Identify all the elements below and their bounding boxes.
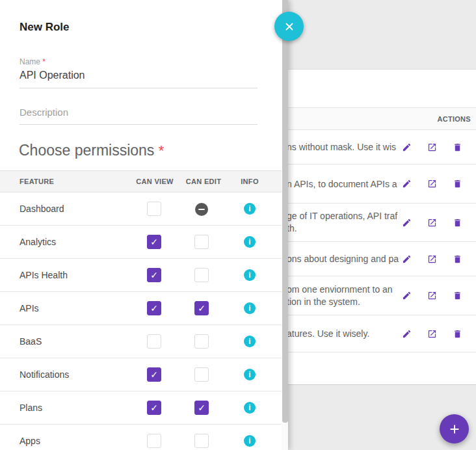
can-edit-checkbox[interactable] (194, 401, 209, 415)
info-icon[interactable] (244, 336, 256, 347)
feature-column-header: FEATURE (20, 178, 54, 185)
delete-icon (453, 218, 462, 228)
feature-label: Plans (20, 403, 42, 413)
permission-row: APIs (0, 292, 282, 325)
info-icon[interactable] (244, 435, 256, 447)
required-asterisk: * (159, 142, 165, 159)
info-icon[interactable] (244, 236, 256, 248)
open-in-new-icon (427, 329, 437, 339)
delete-button[interactable] (452, 328, 462, 339)
permission-row: BaaS (0, 325, 282, 358)
name-label: Name (20, 57, 40, 66)
edit-icon (402, 218, 412, 228)
can-view-checkbox[interactable] (147, 367, 161, 382)
feature-label: Apps (20, 436, 40, 446)
permissions-table-header: FEATURE CAN VIEW CAN EDIT INFO (0, 170, 282, 192)
permission-row: Analytics (0, 226, 282, 259)
edit-icon (402, 179, 412, 189)
open-button[interactable] (427, 179, 437, 189)
can-edit-checkbox[interactable] (194, 235, 209, 249)
delete-icon (453, 142, 462, 152)
open-in-new-icon (427, 142, 437, 152)
edit-button[interactable] (401, 217, 412, 228)
info-icon[interactable] (244, 302, 256, 314)
name-field: Name * (20, 57, 258, 88)
permission-row: Dashboard (0, 192, 282, 226)
open-in-new-icon (427, 291, 437, 300)
info-column-header: INFO (241, 178, 258, 185)
edit-button[interactable] (401, 254, 412, 264)
can-view-checkbox[interactable] (147, 401, 161, 415)
drawer-scrollbar-track[interactable] (282, 0, 288, 450)
can-view-checkbox[interactable] (147, 334, 161, 349)
edit-button[interactable] (401, 179, 412, 189)
open-button[interactable] (427, 254, 437, 264)
open-button[interactable] (427, 142, 437, 152)
delete-icon (453, 329, 462, 339)
edit-button[interactable] (401, 291, 412, 301)
permissions-heading: Choose permissions (19, 142, 154, 159)
delete-button[interactable] (452, 179, 462, 189)
delete-button[interactable] (452, 254, 462, 264)
description-input[interactable] (20, 103, 258, 125)
name-input[interactable] (20, 68, 258, 88)
screen: ACTIONS ns without mask. Use it wis n AP… (0, 0, 476, 450)
row-description: th. (287, 222, 397, 235)
can-edit-checkbox[interactable] (194, 301, 209, 315)
info-icon[interactable] (244, 402, 256, 414)
row-description: ons about designing and pa (287, 253, 399, 265)
permission-row: Notifications (0, 358, 282, 391)
feature-label: APIs (20, 303, 39, 313)
row-description: tion in the system. (287, 296, 393, 308)
close-drawer-button[interactable] (274, 12, 304, 41)
edit-icon (402, 291, 412, 300)
delete-button[interactable] (452, 291, 462, 301)
feature-label: Analytics (20, 237, 56, 247)
can-view-checkbox[interactable] (147, 268, 161, 282)
can-view-checkbox[interactable] (147, 301, 161, 315)
info-icon[interactable] (244, 269, 256, 281)
can-view-checkbox[interactable] (147, 434, 161, 448)
delete-button[interactable] (452, 142, 462, 152)
info-icon[interactable] (244, 203, 256, 215)
can-view-checkbox[interactable] (147, 202, 161, 216)
info-icon[interactable] (244, 369, 256, 380)
row-description: n APIs, to document APIs a (287, 178, 397, 190)
drawer-title: New Role (20, 21, 70, 34)
edit-icon (402, 142, 412, 152)
delete-button[interactable] (452, 217, 462, 228)
can-edit-checkbox minus-circle-icon (195, 203, 208, 216)
permission-row: Plans (0, 391, 282, 425)
can-edit-checkbox[interactable] (194, 367, 209, 382)
can-edit-checkbox[interactable] (194, 268, 209, 282)
permission-row: Apps (0, 425, 282, 450)
row-description: om one enviornment to an (287, 284, 393, 296)
open-in-new-icon (427, 218, 437, 228)
delete-icon (453, 291, 462, 300)
open-button[interactable] (427, 291, 437, 301)
plus-icon (447, 422, 462, 436)
can-edit-checkbox[interactable] (194, 334, 209, 349)
row-description: ge of IT operations, API traf (287, 210, 397, 222)
feature-label: APIs Health (20, 270, 68, 280)
edit-button[interactable] (401, 328, 412, 339)
open-in-new-icon (427, 254, 437, 264)
edit-button[interactable] (401, 142, 412, 152)
can-view-column-header: CAN VIEW (136, 178, 173, 185)
drawer-scrollbar-thumb[interactable] (282, 0, 288, 423)
open-button[interactable] (427, 217, 437, 228)
can-edit-column-header: CAN EDIT (186, 178, 221, 185)
open-in-new-icon (427, 179, 437, 189)
can-edit-checkbox[interactable] (194, 434, 209, 448)
delete-icon (453, 179, 462, 189)
permission-row: APIs Health (0, 259, 282, 292)
edit-icon (402, 254, 412, 264)
open-button[interactable] (427, 328, 437, 339)
can-view-checkbox[interactable] (147, 235, 161, 249)
add-role-button[interactable] (440, 414, 469, 443)
feature-label: Dashboard (20, 204, 64, 214)
row-description: ns without mask. Use it wis (287, 141, 396, 153)
edit-icon (402, 329, 412, 339)
close-icon (284, 21, 295, 33)
row-description: atures. Use it wisely. (287, 328, 369, 340)
